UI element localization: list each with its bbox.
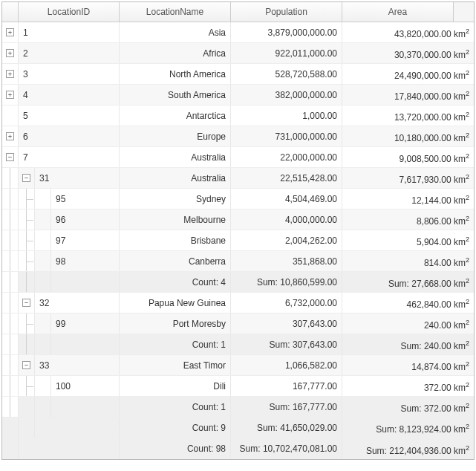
cell-population: 382,000,000.00 xyxy=(231,85,342,105)
tree-grid: LocationID LocationName Population Area … xyxy=(1,1,475,460)
summary-population: Sum: 10,860,599.00 xyxy=(231,272,342,292)
indent-spacer xyxy=(2,293,19,313)
summary-row: Count: 9 Sum: 41,650,029.00 Sum: 8,123,9… xyxy=(2,418,474,438)
cell-area: 7,617,930.00 km2 xyxy=(342,168,474,188)
collapse-icon[interactable]: − xyxy=(22,299,30,307)
cell-population: 351,868.00 xyxy=(231,251,342,271)
indent-spacer xyxy=(2,438,19,459)
cell-population: 307,643.00 xyxy=(231,314,342,334)
cell-id: 1 xyxy=(19,22,120,42)
indent-spacer xyxy=(35,230,51,250)
summary-area: Sum: 240.00 km2 xyxy=(342,334,474,354)
cell-area: 462,840.00 km2 xyxy=(342,293,474,313)
table-row[interactable]: + 3 North America 528,720,588.00 24,490,… xyxy=(2,64,474,85)
table-row[interactable]: − 33 East Timor 1,066,582.00 14,874.00 k… xyxy=(2,355,474,376)
table-row[interactable]: 5 Antarctica 1,000.00 13,720,000.00 km2 xyxy=(2,105,474,126)
cell-id: 4 xyxy=(19,85,120,105)
summary-population: Sum: 167,777.00 xyxy=(231,397,342,417)
table-row[interactable]: 100 Dili 167,777.00 372.00 km2 xyxy=(2,376,474,397)
indent-spacer xyxy=(35,314,51,334)
cell-population: 22,000,000.00 xyxy=(231,147,342,167)
indent-spacer xyxy=(35,334,51,354)
indent-spacer xyxy=(2,272,19,292)
indent-spacer xyxy=(2,168,19,188)
table-row[interactable]: − 7 Australia 22,000,000.00 9,008,500.00… xyxy=(2,147,474,168)
summary-area: Sum: 372.00 km2 xyxy=(342,397,474,417)
cell-area: 9,008,500.00 km2 xyxy=(342,147,474,167)
column-header-area[interactable]: Area xyxy=(342,2,454,22)
column-header-id[interactable]: LocationID xyxy=(19,2,120,22)
table-row[interactable]: 99 Port Moresby 307,643.00 240.00 km2 xyxy=(2,314,474,334)
summary-blank xyxy=(51,272,120,292)
collapse-icon[interactable]: − xyxy=(22,174,30,182)
summary-blank xyxy=(19,438,120,459)
summary-row: Count: 4 Sum: 10,860,599.00 Sum: 27,668.… xyxy=(2,272,474,293)
summary-blank xyxy=(51,397,120,417)
cell-name: North America xyxy=(120,64,231,84)
indent-spacer xyxy=(2,209,19,230)
cell-population: 528,720,588.00 xyxy=(231,64,342,84)
cell-name: Port Moresby xyxy=(120,314,231,334)
cell-area: 8,806.00 km2 xyxy=(342,209,474,230)
cell-id: 99 xyxy=(51,314,120,334)
cell-population: 4,504,469.00 xyxy=(231,189,342,209)
indent-spacer xyxy=(35,251,51,271)
indent-spacer xyxy=(2,376,19,396)
cell-population: 922,011,000.00 xyxy=(231,43,342,63)
indent-spacer xyxy=(19,251,35,271)
table-row[interactable]: 97 Brisbane 2,004,262.00 5,904.00 km2 xyxy=(2,230,474,251)
cell-id: 2 xyxy=(19,43,120,63)
table-row[interactable]: + 1 Asia 3,879,000,000.00 43,820,000.00 … xyxy=(2,22,474,43)
cell-name: Antarctica xyxy=(120,105,231,126)
cell-population: 2,004,262.00 xyxy=(231,230,342,250)
collapse-icon[interactable]: − xyxy=(22,361,30,369)
indent-spacer xyxy=(19,209,35,230)
cell-area: 12,144.00 km2 xyxy=(342,189,474,209)
column-header-population[interactable]: Population xyxy=(231,2,342,22)
summary-blank xyxy=(51,334,120,354)
table-row[interactable]: 96 Melbourne 4,000,000.00 8,806.00 km2 xyxy=(2,209,474,230)
cell-population: 6,732,000.00 xyxy=(231,293,342,313)
table-row[interactable]: 98 Canberra 351,868.00 814.00 km2 xyxy=(2,251,474,272)
table-row[interactable]: + 4 South America 382,000,000.00 17,840,… xyxy=(2,85,474,105)
indent-spacer xyxy=(19,418,35,438)
summary-count: Count: 1 xyxy=(120,334,231,354)
cell-name: Brisbane xyxy=(120,230,231,250)
table-row[interactable]: − 32 Papua New Guinea 6,732,000.00 462,8… xyxy=(2,293,474,314)
indent-spacer xyxy=(2,397,19,417)
summary-area: Sum: 212,404,936.00 km2 xyxy=(342,438,474,459)
cell-name: Sydney xyxy=(120,189,231,209)
cell-id: 3 xyxy=(19,64,120,84)
cell-area: 30,370,000.00 km2 xyxy=(342,43,474,63)
column-header-name[interactable]: LocationName xyxy=(120,2,231,22)
cell-area: 17,840,000.00 km2 xyxy=(342,85,474,105)
expand-icon[interactable]: + xyxy=(6,91,14,99)
table-row[interactable]: + 2 Africa 922,011,000.00 30,370,000.00 … xyxy=(2,43,474,64)
collapse-icon[interactable]: − xyxy=(6,153,14,161)
summary-area: Sum: 27,668.00 km2 xyxy=(342,272,474,292)
header-row: LocationID LocationName Population Area xyxy=(2,2,474,22)
indent-spacer xyxy=(19,314,35,334)
indent-spacer xyxy=(19,376,35,396)
expand-column-header xyxy=(2,2,19,22)
expand-icon[interactable]: + xyxy=(6,70,14,78)
indent-spacer xyxy=(2,189,19,209)
cell-area: 10,180,000.00 km2 xyxy=(342,126,474,146)
summary-row: Count: 1 Sum: 167,777.00 Sum: 372.00 km2 xyxy=(2,397,474,418)
table-row[interactable]: − 31 Australia 22,515,428.00 7,617,930.0… xyxy=(2,168,474,189)
table-row[interactable]: + 6 Europe 731,000,000.00 10,180,000.00 … xyxy=(2,126,474,147)
expand-icon[interactable]: + xyxy=(6,49,14,57)
cell-id: 33 xyxy=(35,355,120,375)
cell-area: 43,820,000.00 km2 xyxy=(342,22,474,42)
indent-spacer xyxy=(19,189,35,209)
cell-area: 14,874.00 km2 xyxy=(342,355,474,375)
cell-name: Europe xyxy=(120,126,231,146)
indent-spacer xyxy=(35,209,51,230)
summary-count: Count: 98 xyxy=(120,438,231,459)
expand-icon[interactable]: + xyxy=(6,132,14,140)
cell-id: 5 xyxy=(19,105,120,126)
cell-population: 1,066,582.00 xyxy=(231,355,342,375)
expand-icon[interactable]: + xyxy=(6,28,14,36)
indent-spacer xyxy=(2,314,19,334)
table-row[interactable]: 95 Sydney 4,504,469.00 12,144.00 km2 xyxy=(2,189,474,209)
